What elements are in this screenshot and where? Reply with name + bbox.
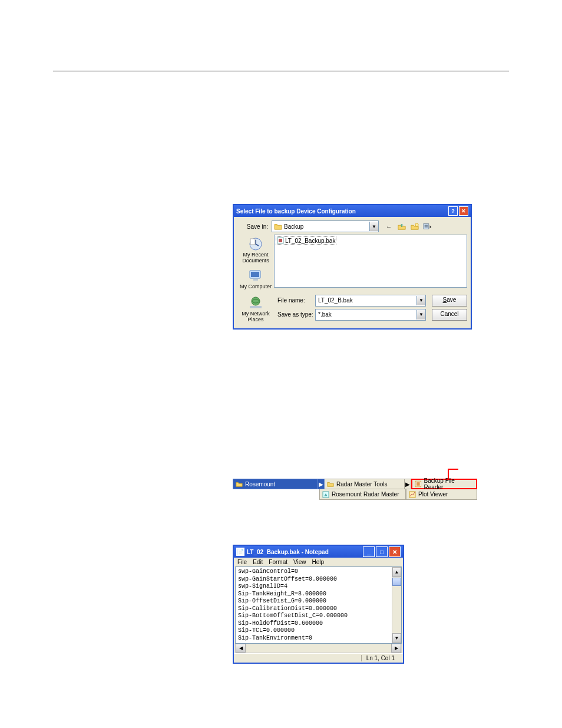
menu-plot-viewer[interactable]: Plot Viewer <box>406 489 477 500</box>
menu-radar-master-tools[interactable]: Radar Master Tools <box>325 479 405 489</box>
computer-icon <box>247 268 265 284</box>
help-icon[interactable]: ? <box>448 206 458 216</box>
view-menu-icon[interactable] <box>422 221 433 232</box>
submenu-arrow-icon: ▶ <box>318 479 325 489</box>
place-my-computer[interactable]: My Computer <box>240 268 272 290</box>
scroll-thumb[interactable] <box>392 578 401 586</box>
notepad-titlebar[interactable]: 📄 LT_02_Backup.bak - Notepad _ □ ✕ <box>234 546 403 558</box>
file-name-input[interactable]: LT_02_B.bak ▼ <box>315 295 426 307</box>
save-button[interactable]: Save <box>432 295 467 307</box>
notepad-title: LT_02_Backup.bak - Notepad <box>247 549 329 555</box>
menu-file[interactable]: File <box>237 559 247 565</box>
menu-rosemount[interactable]: Rosemount <box>233 479 318 489</box>
save-in-value: Backup <box>284 223 369 230</box>
cursor-position: Ln 1, Col 1 <box>361 655 399 661</box>
save-as-type-combo[interactable]: *.bak ▼ <box>315 309 426 321</box>
notepad-statusbar: Ln 1, Col 1 <box>234 653 403 663</box>
save-in-combo[interactable]: Backup ▼ <box>272 220 379 232</box>
svg-rect-8 <box>253 279 258 281</box>
menu-view[interactable]: View <box>293 559 306 565</box>
svg-rect-2 <box>425 225 428 226</box>
plot-viewer-icon <box>409 491 416 498</box>
close-icon[interactable]: ✕ <box>389 546 401 557</box>
minimize-icon[interactable]: _ <box>363 546 375 557</box>
page-divider <box>53 71 509 71</box>
save-file-dialog: Select File to backup Device Configurati… <box>233 204 472 330</box>
place-my-network[interactable]: My Network Places <box>237 295 274 323</box>
svg-rect-3 <box>425 226 428 228</box>
notepad-icon: 📄 <box>236 548 244 556</box>
horizontal-scrollbar[interactable]: ◀ ▶ <box>235 644 402 653</box>
chevron-down-icon[interactable]: ▼ <box>416 310 425 319</box>
menu-format[interactable]: Format <box>269 559 287 565</box>
svg-rect-10 <box>279 239 282 242</box>
save-in-label: Save in: <box>237 223 268 230</box>
callout-leader <box>448 469 449 479</box>
notepad-menubar: File Edit Format View Help <box>234 558 403 566</box>
submenu-arrow-icon: ▶ <box>405 479 411 489</box>
svg-rect-14 <box>416 482 420 486</box>
save-as-type-label: Save as type: <box>277 311 315 318</box>
place-recent-documents[interactable]: My Recent Documents <box>237 236 274 264</box>
svg-rect-5 <box>250 239 255 245</box>
start-menu-cascade: Rosemount ▶ Radar Master Tools ▶ Backup … <box>233 479 477 500</box>
network-places-icon <box>247 295 265 311</box>
menu-edit[interactable]: Edit <box>253 559 263 565</box>
scroll-up-icon[interactable]: ▲ <box>392 567 401 577</box>
notepad-content[interactable]: swp-GainControl=0 swp-GainStartOffset=0.… <box>235 566 402 644</box>
folder-open-icon <box>274 223 282 230</box>
scroll-down-icon[interactable]: ▼ <box>392 633 401 643</box>
file-name-label: File name: <box>277 297 315 304</box>
svg-rect-12 <box>250 306 262 308</box>
file-list[interactable]: LT_02_Backup.bak <box>274 235 467 288</box>
recent-documents-icon <box>247 236 265 252</box>
backup-reader-icon <box>415 480 422 487</box>
scroll-left-icon[interactable]: ◀ <box>236 644 246 653</box>
dialog-title: Select File to backup Device Configurati… <box>236 208 356 215</box>
chevron-down-icon[interactable]: ▼ <box>369 222 378 231</box>
chevron-down-icon[interactable]: ▼ <box>416 296 425 305</box>
nav-back-icon[interactable]: ← <box>384 221 394 232</box>
menu-rosemount-radar-master[interactable]: Rosemount Radar Master <box>319 489 406 500</box>
notepad-window: 📄 LT_02_Backup.bak - Notepad _ □ ✕ File … <box>233 545 404 664</box>
nav-up-icon[interactable] <box>396 221 407 232</box>
svg-point-0 <box>415 223 418 226</box>
folder-icon <box>236 480 243 487</box>
menu-help[interactable]: Help <box>312 559 325 565</box>
svg-point-11 <box>252 297 260 305</box>
vertical-scrollbar[interactable]: ▲▼ <box>392 567 401 643</box>
folder-icon <box>327 480 334 487</box>
svg-rect-7 <box>251 272 259 277</box>
close-icon[interactable]: ✕ <box>459 206 468 216</box>
scroll-right-icon[interactable]: ▶ <box>391 644 401 653</box>
dialog-titlebar[interactable]: Select File to backup Device Configurati… <box>234 205 471 217</box>
maximize-icon[interactable]: □ <box>376 546 388 557</box>
menu-backup-file-reader[interactable]: Backup File Reader <box>411 479 477 489</box>
new-folder-icon[interactable] <box>409 221 420 232</box>
app-icon <box>322 491 329 498</box>
file-item[interactable]: LT_02_Backup.bak <box>276 236 336 245</box>
cancel-button[interactable]: Cancel <box>432 309 467 321</box>
